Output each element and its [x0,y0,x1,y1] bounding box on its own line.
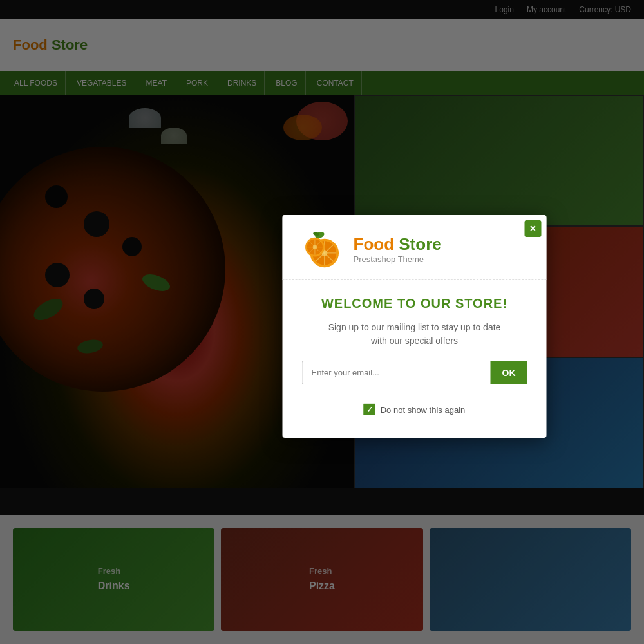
ok-button[interactable]: OK [491,361,527,384]
checkbox-row: Do not show this again [302,404,527,422]
email-row: OK [302,361,527,384]
modal-header: Food Store Prestashop Theme [283,215,547,280]
welcome-description: Sign up to our mailing list to stay up t… [302,321,527,348]
modal-body: WELCOME TO OUR STORE! Sign up to our mai… [283,280,547,438]
logo-text: Food Store Prestashop Theme [354,234,442,263]
do-not-show-checkbox[interactable] [364,404,375,415]
logo-subtitle: Prestashop Theme [354,254,442,263]
newsletter-modal: × Food Store [283,215,547,438]
welcome-title: WELCOME TO OUR STORE! [302,296,527,311]
email-input[interactable] [302,361,491,384]
store-logo-icon [302,228,344,270]
logo-title: Food Store [354,234,442,254]
close-button[interactable]: × [525,220,542,237]
do-not-show-label: Do not show this again [381,404,466,414]
svg-point-13 [313,245,317,249]
logo-store: Store [399,234,441,253]
logo-food: Food [354,234,399,253]
